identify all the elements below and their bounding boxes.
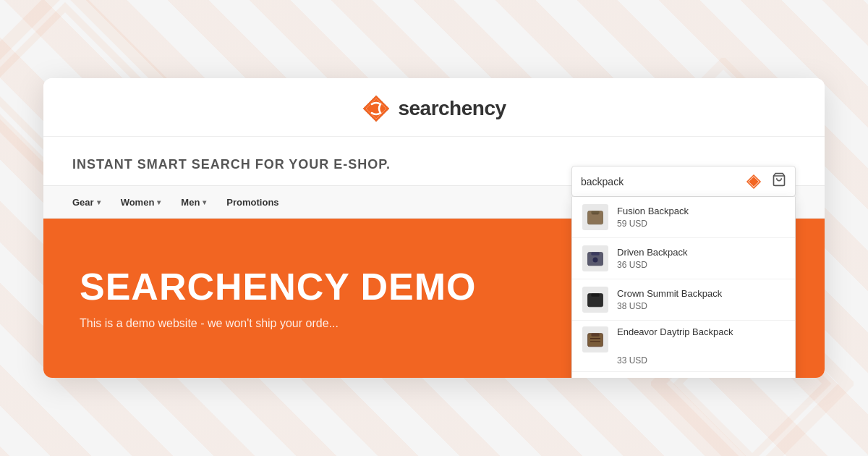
result-thumb-1 xyxy=(582,204,608,230)
result-info-1: Fusion Backpack 59 USD xyxy=(617,206,785,229)
nav-women-chevron-icon: ▾ xyxy=(157,198,161,206)
svg-rect-19 xyxy=(591,334,599,337)
result-price-4: 33 USD xyxy=(617,355,785,366)
result-price-1: 59 USD xyxy=(617,219,785,229)
svg-rect-14 xyxy=(591,253,599,256)
nav-gear-chevron-icon: ▾ xyxy=(97,198,101,206)
result-price-2: 36 USD xyxy=(617,260,785,270)
result-info-2: Driven Backpack 36 USD xyxy=(617,247,785,271)
svg-rect-11 xyxy=(591,211,599,214)
shop-tagline: INSTANT SMART SEARCH FOR YOUR E-SHOP. xyxy=(72,157,391,172)
nav-promotions[interactable]: Promotions xyxy=(226,186,278,218)
logo-area: searchency xyxy=(362,94,506,123)
svg-point-15 xyxy=(593,258,598,263)
result-thumb-2 xyxy=(582,245,608,271)
result-info-3: Crown Summit Backpack 38 USD xyxy=(617,288,785,312)
nav-gear[interactable]: Gear ▾ xyxy=(72,186,101,218)
result-name-3: Crown Summit Backpack xyxy=(617,288,785,300)
result-name-4: Endeavor Daytrip Backpack xyxy=(617,326,785,339)
result-item-special[interactable]: Endeavor Daytrip Backpack 33 USD xyxy=(572,321,795,372)
search-input[interactable] xyxy=(581,176,740,187)
result-price-3: 38 USD xyxy=(617,301,785,311)
search-overlay: Fusion Backpack 59 USD Driven Bac xyxy=(571,166,796,378)
result-name-1: Fusion Backpack xyxy=(617,206,785,218)
svg-marker-5 xyxy=(363,96,389,122)
svg-rect-17 xyxy=(591,294,599,297)
result-info-4: Endeavor Daytrip Backpack xyxy=(617,326,785,339)
result-thumb-4 xyxy=(582,326,608,352)
result-item-inner-4: Endeavor Daytrip Backpack xyxy=(582,326,785,352)
nav-women[interactable]: Women ▾ xyxy=(121,186,161,218)
nav-gear-label: Gear xyxy=(72,197,94,208)
nav-men-label: Men xyxy=(181,197,200,208)
result-item[interactable]: Affirm Water Bottle 7 USD xyxy=(572,372,795,378)
nav-women-label: Women xyxy=(121,197,155,208)
search-box xyxy=(571,166,796,197)
logo-icon xyxy=(362,94,391,123)
result-item[interactable]: Driven Backpack 36 USD xyxy=(572,238,795,279)
search-brand-icon xyxy=(746,174,762,190)
main-card: searchency INSTANT SMART SEARCH FOR YOUR… xyxy=(43,78,825,378)
result-thumb-3 xyxy=(582,287,608,313)
result-item[interactable]: Crown Summit Backpack 38 USD xyxy=(572,279,795,321)
search-dropdown: Fusion Backpack 59 USD Driven Bac xyxy=(571,197,796,378)
result-item[interactable]: Fusion Backpack 59 USD xyxy=(572,197,795,238)
nav-promotions-label: Promotions xyxy=(226,197,278,208)
shop-area: INSTANT SMART SEARCH FOR YOUR E-SHOP. Ge… xyxy=(43,137,825,378)
logo-text: searchency xyxy=(398,97,506,120)
nav-men-chevron-icon: ▾ xyxy=(203,198,206,206)
top-bar: searchency xyxy=(43,78,825,137)
cart-icon[interactable] xyxy=(772,172,786,190)
result-name-2: Driven Backpack xyxy=(617,247,785,259)
nav-men[interactable]: Men ▾ xyxy=(181,186,206,218)
